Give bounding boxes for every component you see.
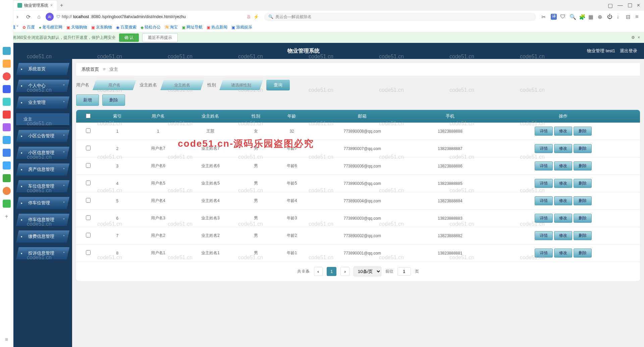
- browser-tab[interactable]: 物业管理系统 ×: [13, 1, 57, 10]
- app: 物业管理系统 物业管理 test1 退出登录 ▪系统首页▪个人中心˅▪业主管理˅…: [13, 43, 644, 43]
- bookmark-item[interactable]: ✿百度: [22, 24, 35, 30]
- home-button[interactable]: ⌂: [35, 13, 43, 21]
- baidu-icon: ✿: [22, 25, 26, 30]
- notice-dismiss-button[interactable]: 最近不再提示: [142, 33, 178, 42]
- bookmark-item[interactable]: ▣游戏娱乐: [231, 24, 252, 30]
- url-badge: 器: [247, 14, 251, 19]
- bolt-icon[interactable]: ⚡: [253, 14, 259, 19]
- app-header: 物业管理系统 物业管理 test1 退出登录: [13, 43, 644, 43]
- scissors-icon[interactable]: ✂: [541, 14, 547, 20]
- nav-icon: ▣: [182, 25, 185, 30]
- tab-bar: 物业管理系统 × + ▢ — ☐ ×: [0, 0, 644, 11]
- site-icon: ●: [39, 25, 41, 30]
- shield-icon[interactable]: 🛡: [560, 14, 566, 20]
- history-icon[interactable]: ⊟: [626, 14, 632, 20]
- new-tab-button[interactable]: +: [57, 2, 66, 8]
- bookmark-item[interactable]: ●老毛桃官网: [39, 24, 62, 30]
- lock-icon: 🛡: [56, 14, 60, 19]
- win-close-icon[interactable]: ×: [637, 2, 640, 9]
- tmall-icon: ▣: [66, 25, 70, 30]
- jd-icon: ▣: [91, 25, 95, 30]
- left-dock: + ≡: [0, 0, 13, 43]
- address-bar: ‹ › ⟳ ⌂ AI 🛡 http://localhost:8080/sprin…: [0, 11, 644, 23]
- settings-icon[interactable]: ⚙: [631, 35, 635, 40]
- bookmark-item[interactable]: ◉百度搜索: [116, 24, 137, 30]
- browser-search[interactable]: 🔍 奥运会—解说被除名: [264, 13, 536, 21]
- url-host: localhost: [73, 14, 89, 19]
- bookmark-item[interactable]: ▣京东购物: [91, 24, 112, 30]
- close-icon[interactable]: ×: [638, 35, 640, 40]
- menu-icon[interactable]: ≡: [635, 14, 641, 20]
- forward-button[interactable]: ›: [13, 13, 21, 21]
- search-placeholder: 奥运会—解说被除名: [275, 14, 312, 20]
- game-icon: ▣: [231, 25, 235, 30]
- baidu-icon: ◉: [116, 25, 119, 30]
- notice-confirm-button[interactable]: 确 认: [119, 33, 139, 42]
- ext-icon[interactable]: 🧩: [579, 14, 585, 20]
- toolbar-icons: ✂ 译 🛡 🔍 🧩 ▦ ⊕ ⏻ ↓ ⊟ ≡: [541, 14, 641, 20]
- notice-text: 将360安全浏览器设为默认，提升打开速度，保护上网安全: [12, 35, 116, 41]
- url-port: :8080: [90, 14, 100, 19]
- browser-chrome: 物业管理系统 × + ▢ — ☐ × ‹ › ⟳ ⌂ AI 🛡 http://l…: [0, 0, 644, 43]
- win-restore-icon[interactable]: ▢: [608, 2, 613, 9]
- default-browser-notice: 🔒 将360安全浏览器设为默认，提升打开速度，保护上网安全 确 认 最近不再提示…: [0, 32, 644, 43]
- globe-icon[interactable]: ⊕: [598, 14, 604, 20]
- news-icon: ▣: [207, 25, 210, 30]
- translate-icon[interactable]: 译: [551, 14, 557, 20]
- download-icon[interactable]: ↓: [616, 14, 623, 20]
- site-icon: ◆: [141, 25, 144, 30]
- tab-title: 物业管理系统: [24, 3, 48, 8]
- url-prefix: http://: [62, 14, 72, 19]
- tab-favicon-icon: [17, 3, 22, 8]
- bookmark-item[interactable]: 淘淘宝: [165, 24, 178, 30]
- bookmark-item[interactable]: ▣热点新闻: [207, 24, 227, 30]
- power-icon[interactable]: ⏻: [607, 14, 613, 20]
- bookmark-item[interactable]: ▣网址导航: [182, 24, 203, 30]
- bookmark-bar: ★收藏 ˅ ✿百度 ●老毛桃官网 ▣天猫购物 ▣京东购物 ◉百度搜索 ◆轻松办公…: [0, 23, 644, 32]
- notice-close: ⚙ ×: [631, 35, 640, 40]
- bookmark-item[interactable]: ◆轻松办公: [141, 24, 161, 30]
- win-maximize-icon[interactable]: ☐: [628, 2, 632, 9]
- zoom-icon[interactable]: 🔍: [570, 14, 576, 20]
- search-icon: 🔍: [268, 14, 273, 19]
- grid-icon[interactable]: ▦: [588, 14, 594, 20]
- url-path: /springboot78ahx/admin/dist/index.html#/…: [102, 14, 185, 19]
- reload-button[interactable]: ⟳: [24, 13, 32, 21]
- win-minimize-icon[interactable]: —: [618, 2, 623, 9]
- bookmark-item[interactable]: ▣天猫购物: [66, 24, 87, 30]
- ai-button[interactable]: AI: [46, 13, 54, 21]
- tab-close-icon[interactable]: ×: [50, 3, 53, 8]
- window-controls: ▢ — ☐ ×: [608, 2, 644, 9]
- url-box[interactable]: 🛡 http://localhost:8080/springboot78ahx/…: [56, 14, 244, 19]
- taobao-icon: 淘: [165, 24, 169, 30]
